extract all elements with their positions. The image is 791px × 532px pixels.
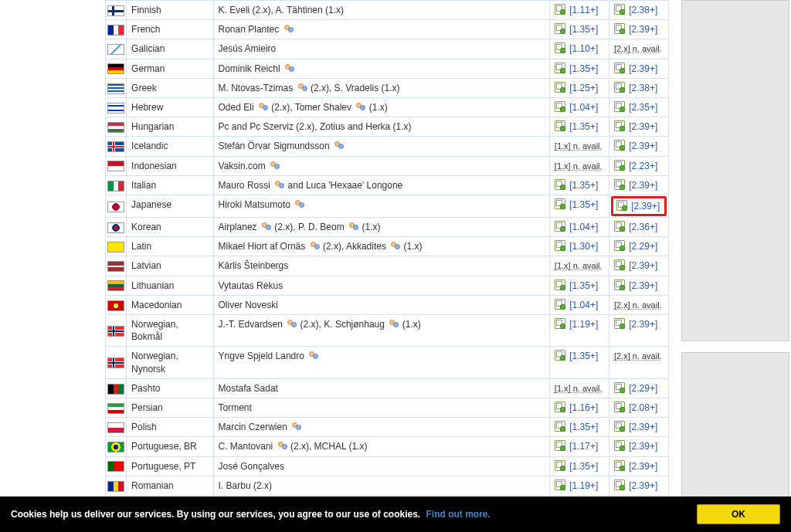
download-link-v1[interactable]: [1.04+] <box>569 300 598 310</box>
download-icon <box>555 221 565 232</box>
table-row: PolishMarcin Czerwien [1.35+] [2.39+] <box>106 418 669 437</box>
download-link-v2[interactable]: [2.29+] <box>629 383 657 394</box>
download-link-v2[interactable]: [2.39+] <box>631 201 660 212</box>
download-link-v2[interactable]: [2.39+] <box>629 280 657 291</box>
author-cell: Marcin Czerwien <box>213 418 549 437</box>
language-name: Portuguese, PT <box>127 456 213 476</box>
download-link-v1[interactable]: [1.35+] <box>569 422 598 432</box>
download-link-v2[interactable]: [2.08+] <box>629 402 657 413</box>
table-row: HungarianPc and Pc Szerviz (2.x), Zotius… <box>106 117 669 137</box>
person-icon <box>286 320 297 329</box>
person-icon <box>283 25 294 34</box>
download-icon <box>555 440 565 451</box>
not-available-v2: [2.x] n. avail. <box>614 351 662 361</box>
download-link-v1[interactable]: [1.16+] <box>569 402 598 413</box>
download-link-v1[interactable]: [1.35+] <box>569 121 598 132</box>
person-icon <box>307 351 318 361</box>
download-link-v2[interactable]: [2.39+] <box>629 422 657 432</box>
download-icon <box>614 160 625 171</box>
author-cell: M. Ntovas-Tzimas (2.x), S. Vradelis (1.x… <box>213 78 549 97</box>
table-row: Portuguese, PTJosé Gonçalves [1.35+] [2.… <box>106 456 669 476</box>
person-icon <box>348 222 358 232</box>
language-name: Latin <box>127 237 213 256</box>
flag-icon <box>107 103 124 114</box>
download-link-v1[interactable]: [1.19+] <box>569 480 598 491</box>
download-link-v2[interactable]: [2.39+] <box>629 461 657 472</box>
person-icon <box>273 181 284 190</box>
download-link-v2[interactable]: [2.39+] <box>629 63 657 74</box>
download-link-v1[interactable]: [1.25+] <box>569 83 598 93</box>
cookie-text: Cookies help us deliver our services. By… <box>11 509 491 520</box>
cookie-more-link[interactable]: Find out more. <box>426 509 491 520</box>
download-icon <box>555 421 565 432</box>
author-cell: K. Eveli (2.x), A. Tähtinen (1.x) <box>213 1 549 20</box>
download-link-v2[interactable]: [2.35+] <box>629 102 657 113</box>
download-icon <box>555 42 565 53</box>
download-link-v2[interactable]: [2.39+] <box>629 24 657 35</box>
cookie-ok-button[interactable]: OK <box>697 504 780 524</box>
download-link-v1[interactable]: [1.10+] <box>569 43 598 54</box>
language-name: Latvian <box>127 256 213 276</box>
download-link-v1[interactable]: [1.17+] <box>569 441 598 452</box>
download-icon <box>614 440 625 451</box>
download-link-v2[interactable]: [2.39+] <box>629 141 657 151</box>
table-row: RomanianI. Barbu (2.x) [1.19+] [2.39+] <box>106 476 669 495</box>
download-link-v1[interactable]: [1.35+] <box>569 24 598 35</box>
download-icon <box>614 402 625 412</box>
author-cell: Mostafa Sadat <box>213 378 549 398</box>
download-link-v1[interactable]: [1.35+] <box>569 63 598 74</box>
flag-icon <box>107 481 124 492</box>
table-row: IcelandicStefán Örvar Sigmundsson [1.x] … <box>106 137 669 156</box>
download-link-v1[interactable]: [1.11+] <box>569 5 598 15</box>
download-link-v2[interactable]: [2.38+] <box>629 83 657 93</box>
download-link-v2[interactable]: [2.39+] <box>629 260 657 271</box>
download-link-v2[interactable]: [2.36+] <box>629 222 657 232</box>
download-link-v1[interactable]: [1.35+] <box>569 180 598 191</box>
download-link-v1[interactable]: [1.35+] <box>569 351 598 361</box>
not-available-v1: [1.x] n. avail. <box>555 384 603 393</box>
download-link-v1[interactable]: [1.35+] <box>569 199 598 210</box>
author-cell: José Gonçalves <box>213 456 549 476</box>
table-row: FinnishK. Eveli (2.x), A. Tähtinen (1.x)… <box>106 1 669 20</box>
flag-icon <box>107 83 124 94</box>
download-icon <box>614 259 625 270</box>
download-link-v2[interactable]: [2.39+] <box>629 121 657 132</box>
language-name: Galician <box>127 39 213 59</box>
download-icon <box>614 382 625 393</box>
table-row: MacedonianOliver Noveski [1.04+][2.x] n.… <box>106 295 669 314</box>
language-name: Norwegian, Nynorsk <box>127 347 213 378</box>
download-icon <box>555 4 565 15</box>
download-link-v1[interactable]: [1.04+] <box>569 222 598 232</box>
download-link-v2[interactable]: [2.38+] <box>629 5 657 15</box>
table-row: GreekM. Ntovas-Tzimas (2.x), S. Vradelis… <box>106 78 669 97</box>
download-link-v1[interactable]: [1.35+] <box>569 461 598 472</box>
download-link-v2[interactable]: [2.29+] <box>629 241 657 252</box>
download-icon <box>614 140 625 151</box>
download-icon <box>614 240 625 251</box>
download-link-v2[interactable]: [2.39+] <box>629 480 657 491</box>
author-cell: Torment <box>213 398 549 417</box>
download-icon <box>616 200 627 211</box>
download-icon <box>555 179 565 190</box>
ad-placeholder-top <box>681 0 789 341</box>
language-name: Hebrew <box>127 97 213 117</box>
download-link-v2[interactable]: [2.23+] <box>629 161 657 171</box>
download-link-v1[interactable]: [1.19+] <box>569 319 598 330</box>
language-name: Pashto <box>127 378 213 398</box>
download-link-v2[interactable]: [2.39+] <box>629 441 657 452</box>
author-cell: C. Mantovani (2.x), MCHAL (1.x) <box>213 437 549 456</box>
download-link-v1[interactable]: [1.30+] <box>569 241 598 252</box>
table-row: ItalianMauro Rossi and Luca 'Hexaae' Lon… <box>106 175 669 195</box>
sidebar-ads <box>672 0 791 524</box>
author-cell: J.-T. Edvardsen (2.x), K. Schjønhaug (1.… <box>213 315 549 347</box>
table-row: Norwegian, BokmålJ.-T. Edvardsen (2.x), … <box>106 315 669 347</box>
flag-icon <box>107 25 124 36</box>
table-row: Portuguese, BRC. Mantovani (2.x), MCHAL … <box>106 437 669 456</box>
person-icon <box>260 222 271 232</box>
download-link-v1[interactable]: [1.04+] <box>569 102 598 113</box>
download-link-v1[interactable]: [1.35+] <box>569 280 598 291</box>
language-name: Persian <box>127 398 213 417</box>
download-link-v2[interactable]: [2.39+] <box>629 180 657 191</box>
download-icon <box>614 4 625 15</box>
download-link-v2[interactable]: [2.39+] <box>629 319 657 330</box>
